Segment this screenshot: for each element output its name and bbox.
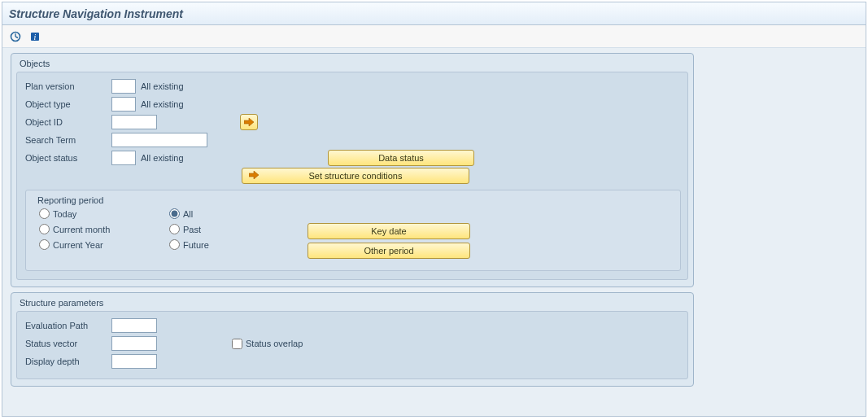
radio-all-label: All <box>183 209 193 219</box>
object-status-after: All existing <box>141 153 222 163</box>
radio-future-label: Future <box>183 240 209 250</box>
plan-version-input[interactable] <box>111 79 136 94</box>
structure-parameters-body: Evaluation Path Status vector Status ove… <box>16 311 688 379</box>
svg-marker-5 <box>244 118 254 126</box>
page-title: Structure Navigation Instrument <box>9 7 183 20</box>
structure-parameters-panel: Structure parameters Evaluation Path Sta… <box>11 292 694 387</box>
execute-icon <box>10 31 21 42</box>
radio-past-label: Past <box>183 225 201 234</box>
radio-current-year-label: Current Year <box>53 240 103 250</box>
objects-panel: Objects Plan version All existing Object… <box>11 53 694 287</box>
objects-panel-body: Plan version All existing Object type Al… <box>16 72 688 280</box>
radio-future-input[interactable] <box>169 239 180 250</box>
status-vector-label: Status vector <box>25 339 107 348</box>
reporting-period-label: Reporting period <box>34 195 674 205</box>
multiple-selection-button[interactable] <box>240 114 258 130</box>
set-structure-conditions-button[interactable]: Set structure conditions <box>242 168 469 184</box>
arrow-right-icon <box>244 118 254 126</box>
set-structure-conditions-label: Set structure conditions <box>309 171 403 181</box>
status-overlap-input[interactable] <box>232 339 242 349</box>
radio-current-month-input[interactable] <box>39 224 50 234</box>
radio-current-month-label: Current month <box>53 225 110 234</box>
object-type-label: Object type <box>25 99 107 109</box>
key-date-button[interactable]: Key date <box>308 223 470 239</box>
object-status-label: Object status <box>25 153 107 163</box>
toolbar: i <box>2 25 866 48</box>
content-area: © www.tutorialkart.com Objects Plan vers… <box>2 48 866 416</box>
radio-current-year[interactable]: Current Year <box>39 239 137 250</box>
plan-version-after: All existing <box>141 81 184 91</box>
display-depth-label: Display depth <box>25 357 107 366</box>
objects-group-label: Objects <box>16 57 688 68</box>
radio-all-input[interactable] <box>169 208 180 219</box>
object-id-label: Object ID <box>25 117 107 127</box>
radio-past-input[interactable] <box>169 224 180 234</box>
structure-parameters-label: Structure parameters <box>16 296 688 308</box>
radio-today-input[interactable] <box>39 208 50 219</box>
info-icon: i <box>29 31 41 42</box>
svg-text:i: i <box>34 33 37 42</box>
status-vector-input[interactable] <box>111 336 157 351</box>
search-term-label: Search Term <box>25 135 107 145</box>
radio-all[interactable]: All <box>169 208 267 219</box>
svg-marker-6 <box>249 171 259 179</box>
app-window: Structure Navigation Instrument i © www.… <box>2 2 866 417</box>
data-status-button-label: Data status <box>378 153 424 163</box>
object-status-input[interactable] <box>111 151 136 165</box>
key-date-button-label: Key date <box>371 226 406 236</box>
svg-line-2 <box>15 37 18 38</box>
object-type-after: All existing <box>141 99 184 109</box>
other-period-button-label: Other period <box>364 246 413 256</box>
execute-button[interactable] <box>7 28 24 45</box>
info-button[interactable]: i <box>27 28 43 45</box>
other-period-button[interactable]: Other period <box>308 243 470 259</box>
object-type-input[interactable] <box>111 97 136 112</box>
radio-past[interactable]: Past <box>169 224 267 234</box>
arrow-right-icon <box>249 171 259 181</box>
radio-current-year-input[interactable] <box>39 239 50 250</box>
radio-today-label: Today <box>53 209 76 219</box>
data-status-button[interactable]: Data status <box>328 150 474 166</box>
radio-current-month[interactable]: Current month <box>39 224 137 234</box>
radio-future[interactable]: Future <box>169 239 267 250</box>
display-depth-input[interactable] <box>111 354 157 369</box>
plan-version-label: Plan version <box>25 81 107 91</box>
evaluation-path-label: Evaluation Path <box>25 321 107 330</box>
object-id-input[interactable] <box>111 115 157 129</box>
reporting-period-panel: Reporting period Today Current month <box>25 190 681 271</box>
radio-today[interactable]: Today <box>39 208 137 219</box>
title-bar: Structure Navigation Instrument <box>2 2 866 25</box>
evaluation-path-input[interactable] <box>111 318 157 333</box>
status-overlap-label: Status overlap <box>246 339 303 348</box>
search-term-input[interactable] <box>111 133 207 147</box>
status-overlap-checkbox[interactable]: Status overlap <box>232 339 303 349</box>
